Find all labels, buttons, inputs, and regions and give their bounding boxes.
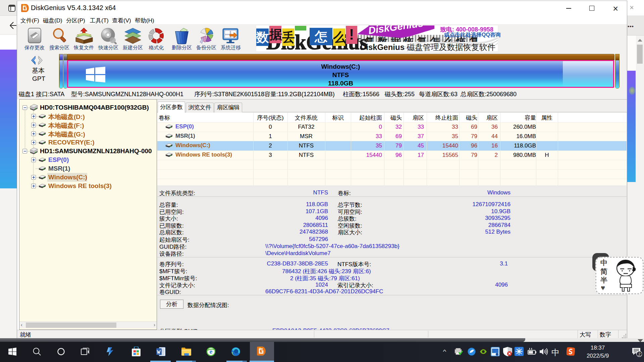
svg-text:2: 2	[638, 352, 640, 357]
